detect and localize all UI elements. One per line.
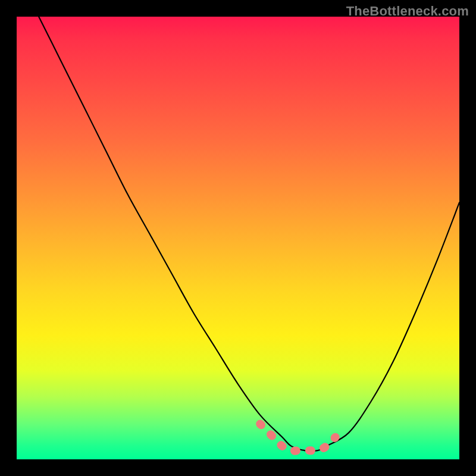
- chart-svg: [17, 17, 459, 459]
- chart-frame: TheBottleneck.com: [0, 0, 476, 476]
- plot-area: [17, 17, 459, 459]
- optimal-band-path: [260, 424, 335, 450]
- bottleneck-curve-path: [39, 17, 459, 451]
